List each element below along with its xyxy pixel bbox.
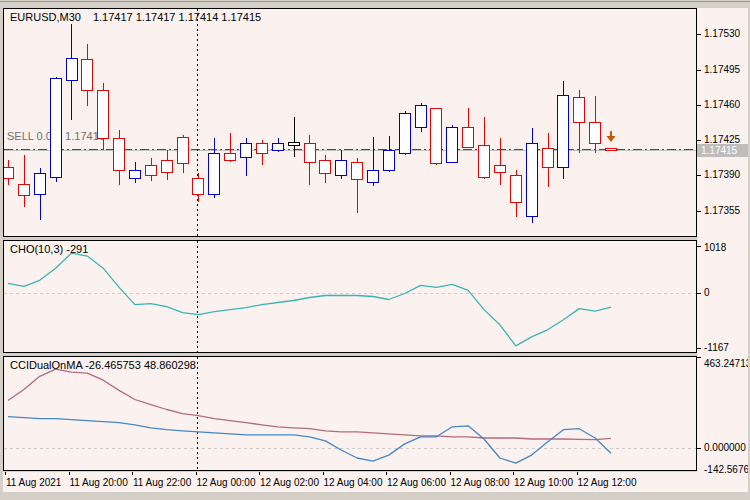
axis-tick [697,357,701,358]
axis-tick [697,246,701,247]
price-tick-label: 1.17530 [704,28,740,39]
candlestick-series [4,24,617,223]
time-tick [196,472,197,475]
time-tick [577,472,578,475]
cho-indicator-panel[interactable]: CHO(10,3) -291 [3,240,697,353]
axis-tick [697,140,701,141]
indicator-line [8,369,611,440]
cci-tick-label: -142.567685 [704,464,748,475]
time-tick [132,472,133,475]
panel-separator[interactable] [0,237,697,240]
cci-indicator-label: CCIDualOnMA -26.465753 48.860298 [10,359,196,371]
cho-tick-label: 1018 [704,242,726,253]
indicator-line [8,417,611,464]
mt4-chart-window: EURUSD,M301.17417 1.17417 1.17414 1.1741… [0,0,750,500]
axis-tick [697,175,701,176]
cho-tick-label: -1167 [704,342,729,353]
cci-tick-label: 0.000000 [704,442,746,453]
time-tick [5,472,6,475]
axis-tick [697,293,701,294]
time-tick-label: 12 Aug 06:00 [387,477,446,488]
current-price-value: 1.17415 [701,145,737,156]
cho-indicator-label: CHO(10,3) -291 [10,243,88,255]
time-tick-label: 12 Aug 04:00 [324,477,383,488]
window-edge [0,1,750,2]
time-tick [259,472,260,475]
axis-tick [697,348,701,349]
price-tick-label: 1.17390 [704,169,740,180]
axis-tick [697,211,701,212]
price-chart-panel[interactable]: EURUSD,M301.17417 1.17417 1.17414 1.1741… [3,8,697,237]
panel-separator[interactable] [0,353,697,356]
cho-tick-label: 0 [704,287,710,298]
chart-header: EURUSD,M301.17417 1.17417 1.17414 1.1741… [10,11,261,23]
cci-canvas[interactable] [4,357,696,470]
time-tick-label: 12 Aug 00:00 [197,477,256,488]
price-tick-label: 1.17460 [704,99,740,110]
time-tick [513,472,514,475]
time-tick [450,472,451,475]
price-tick-label: 1.17355 [704,205,740,216]
cci-indicator-panel[interactable]: CCIDualOnMA -26.465753 48.860298 [3,356,697,471]
cho-canvas[interactable] [4,241,696,352]
indicator-line [8,253,611,346]
candlestick-canvas[interactable] [4,9,696,236]
time-tick-label: 12 Aug 12:00 [578,477,637,488]
price-axis[interactable]: 1.17415 1.175301.174951.174601.174251.17… [697,8,748,492]
time-tick-label: 12 Aug 08:00 [451,477,510,488]
sell-arrow-icon [606,131,615,142]
time-axis[interactable]: 11 Aug 202111 Aug 20:0011 Aug 22:0012 Au… [3,472,697,492]
ohlc-quote-label: 1.17417 1.17417 1.17414 1.17415 [93,11,261,23]
cci-tick-label: 463.247133 [704,358,748,369]
time-tick [323,472,324,475]
time-tick [386,472,387,475]
time-tick-label: 11 Aug 2021 [6,477,61,488]
time-tick-label: 11 Aug 20:00 [70,477,128,488]
current-price-box: 1.17415 [697,144,748,157]
time-tick-label: 12 Aug 02:00 [260,477,319,488]
axis-tick [697,105,701,106]
price-tick-label: 1.17495 [704,64,740,75]
time-tick-label: 12 Aug 10:00 [514,477,573,488]
axis-tick [697,448,701,449]
time-tick-label: 11 Aug 22:00 [133,477,191,488]
symbol-period-label: EURUSD,M30 [10,11,81,23]
time-tick [69,472,70,475]
axis-tick [697,34,701,35]
axis-tick [697,70,701,71]
